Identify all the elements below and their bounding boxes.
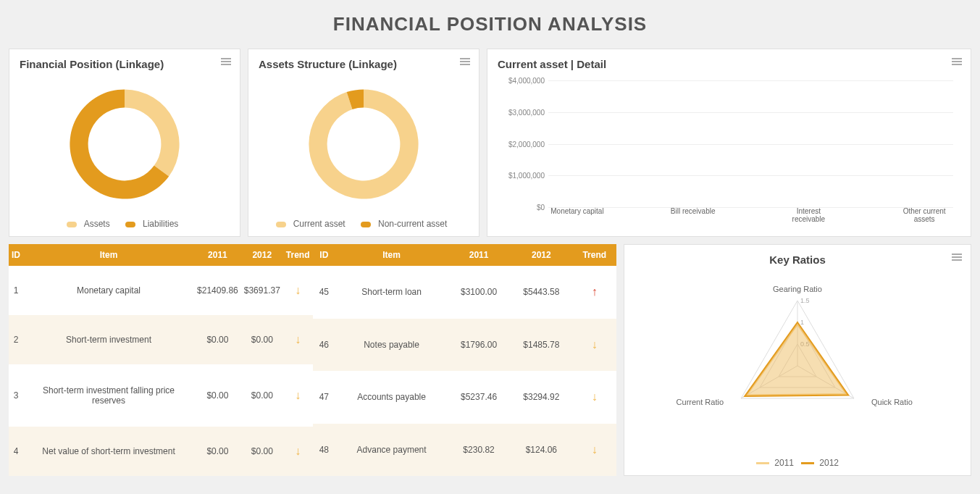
legend: Assets Liabilities <box>20 219 230 229</box>
cell: 3 <box>9 364 23 427</box>
cell: 47 <box>313 371 336 424</box>
svg-text:1: 1 <box>800 319 804 326</box>
table-row[interactable]: 46Notes payable$1796.00$1485.78↓ <box>313 319 617 372</box>
col-header: 2011 <box>194 244 241 266</box>
y-tick-label: $2,000,000 <box>498 140 545 148</box>
table-row[interactable]: 4Net value of short-term investment$0.00… <box>9 427 313 476</box>
card-title: Key Ratios <box>635 254 960 266</box>
arrow-up-icon: ↑ <box>592 285 598 298</box>
current-asset-detail-card: Current asset | Detail Monetary capitalB… <box>487 49 971 237</box>
x-tick-label: Monetary capital <box>548 207 606 223</box>
arrow-down-icon: ↓ <box>295 333 301 346</box>
arrow-down-icon: ↓ <box>295 445 301 457</box>
key-ratios-card: Key Ratios 0.511.5Gearing RatioQuick Rat… <box>624 244 971 476</box>
cell: 2 <box>9 315 23 364</box>
assets-structure-donut <box>298 79 429 209</box>
cell: $5237.46 <box>448 371 510 424</box>
cell: $0.00 <box>241 315 283 364</box>
y-tick-label: $3,000,000 <box>498 108 545 116</box>
legend: 2011 2012 <box>635 458 960 468</box>
svg-text:1.5: 1.5 <box>800 297 810 304</box>
cell: Short-term loan <box>335 266 448 319</box>
financial-position-card: Financial Position (Linkage) Assets Liab… <box>9 49 240 237</box>
x-tick-label: Bill receivable <box>664 207 722 223</box>
x-tick-label: Interest receivable <box>779 207 837 223</box>
table-row[interactable]: 2Short-term investment$0.00$0.00↓ <box>9 315 313 364</box>
radar-axis-label: Quick Ratio <box>871 398 913 406</box>
cell: $0.00 <box>241 427 283 476</box>
table-row[interactable]: 3Short-term investment falling price res… <box>9 364 313 427</box>
card-title: Current asset | Detail <box>498 58 960 70</box>
cell: $1485.78 <box>510 319 572 372</box>
cell: Accounts payable <box>335 371 448 424</box>
cell: 46 <box>313 319 336 372</box>
cell: $124.06 <box>510 424 572 477</box>
x-tick-label <box>722 207 780 223</box>
radar-axis-label: Gearing Ratio <box>773 285 822 293</box>
cell: $0.00 <box>194 427 241 476</box>
col-header: ID <box>9 244 23 266</box>
data-table-right: IDItem20112012Trend 45Short-term loan$31… <box>313 244 617 476</box>
col-header: Item <box>23 244 194 266</box>
cell: $21409.86 <box>194 266 241 315</box>
menu-icon[interactable] <box>221 56 231 67</box>
x-tick-label <box>837 207 895 223</box>
col-header: 2012 <box>241 244 283 266</box>
col-header: 2011 <box>448 244 510 266</box>
menu-icon[interactable] <box>952 56 962 67</box>
arrow-down-icon: ↓ <box>295 284 301 296</box>
cell: 45 <box>313 266 336 319</box>
y-tick-label: $0 <box>498 204 545 212</box>
cell: Notes payable <box>335 319 448 372</box>
current-asset-bar-chart: Monetary capitalBill receivableInterest … <box>498 73 960 229</box>
table-row[interactable]: 45Short-term loan$3100.00$5443.58↑ <box>313 266 617 319</box>
cell: Short-term investment falling price rese… <box>23 364 194 427</box>
table-row[interactable]: 47Accounts payable$5237.46$3294.92↓ <box>313 371 617 424</box>
col-header: ID <box>313 244 336 266</box>
cell: $230.82 <box>448 424 510 477</box>
y-tick-label: $4,000,000 <box>498 77 545 85</box>
arrow-down-icon: ↓ <box>592 338 598 351</box>
cell: Monetary capital <box>23 266 194 315</box>
radar-axis-label: Current Ratio <box>677 398 724 406</box>
cell: $1796.00 <box>448 319 510 372</box>
y-tick-label: $1,000,000 <box>498 172 545 180</box>
col-header: Trend <box>573 244 617 266</box>
cell: Advance payment <box>335 424 448 477</box>
arrow-down-icon: ↓ <box>592 443 598 456</box>
page-title: FINANCIAL POSITION ANALYSIS <box>9 13 971 35</box>
menu-icon[interactable] <box>460 56 470 67</box>
cell: 4 <box>9 427 23 476</box>
cell: $3691.37 <box>241 266 283 315</box>
cell: $5443.58 <box>510 266 572 319</box>
table-row[interactable]: 1Monetary capital$21409.86$3691.37↓ <box>9 266 313 315</box>
cell: $3100.00 <box>448 266 510 319</box>
key-ratios-radar: 0.511.5Gearing RatioQuick RatioCurrent R… <box>660 275 935 449</box>
cell: 48 <box>313 424 336 477</box>
legend: Current asset Non-current asset <box>259 219 469 229</box>
svg-marker-10 <box>745 322 848 396</box>
cell: $0.00 <box>194 315 241 364</box>
data-table-left: IDItem20112012Trend 1Monetary capital$21… <box>9 244 313 476</box>
col-header: 2012 <box>510 244 572 266</box>
arrow-down-icon: ↓ <box>295 389 301 401</box>
cell: Net value of short-term investment <box>23 427 194 476</box>
cell: $3294.92 <box>510 371 572 424</box>
table-row[interactable]: 48Advance payment$230.82$124.06↓ <box>313 424 617 477</box>
card-title: Assets Structure (Linkage) <box>259 58 469 70</box>
arrow-down-icon: ↓ <box>592 390 598 403</box>
col-header: Item <box>335 244 448 266</box>
cell: $0.00 <box>194 364 241 427</box>
menu-icon[interactable] <box>952 252 962 262</box>
cell: $0.00 <box>241 364 283 427</box>
financial-position-donut <box>59 79 190 209</box>
cell: Short-term investment <box>23 315 194 364</box>
x-tick-label: Other current assets <box>895 207 953 223</box>
x-tick-label <box>606 207 664 223</box>
col-header: Trend <box>283 244 313 266</box>
cell: 1 <box>9 266 23 315</box>
card-title: Financial Position (Linkage) <box>20 58 230 70</box>
assets-structure-card: Assets Structure (Linkage) Current asset… <box>248 49 479 237</box>
